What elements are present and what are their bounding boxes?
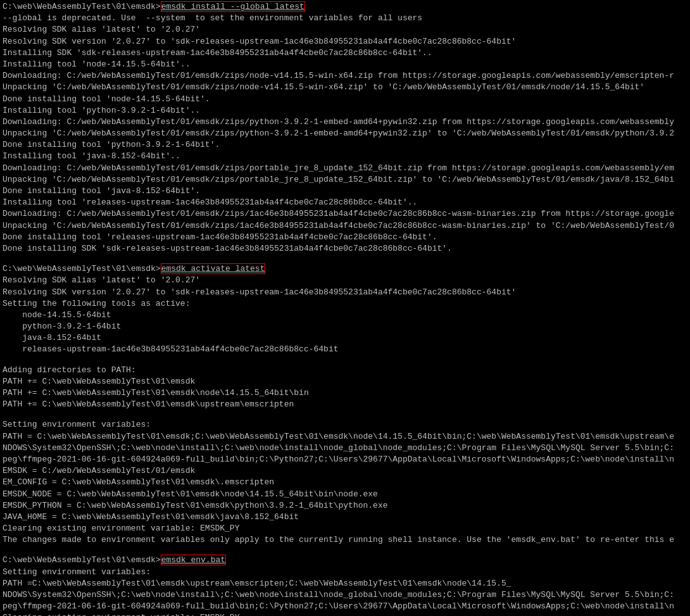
output-line: Resolving SDK version '2.0.27' to 'sdk-r…	[3, 36, 687, 47]
output-line: Adding directories to PATH:	[3, 365, 687, 376]
command-line: C:\web\WebAssemblyTest\01\emsdk>emsdk in…	[3, 1, 687, 13]
command-line: C:\web\WebAssemblyTest\01\emsdk>emsdk ac…	[3, 263, 687, 275]
output-line: Unpacking 'C:/web/WebAssemblyTest/01/ems…	[3, 174, 687, 185]
prompt-text: C:\web\WebAssemblyTest\01\emsdk>	[3, 264, 161, 273]
output-line: Resolving SDK alias 'latest' to '2.0.27'	[3, 24, 687, 35]
output-line: Unpacking 'C:/web/WebAssemblyTest/01/ems…	[3, 128, 687, 139]
output-line: EMSDK_PYTHON = C:\web\WebAssemblyTest\01…	[3, 500, 687, 512]
output-line: NDOWS\System32\OpenSSH\;C:\web\node\inst…	[3, 443, 687, 454]
prompt-text: C:\web\WebAssemblyTest\01\emsdk>	[3, 2, 161, 11]
output-line: python-3.9.2-1-64bit	[3, 321, 687, 332]
terminal-window[interactable]: C:\web\WebAssemblyTest\01\emsdk>emsdk in…	[0, 0, 690, 616]
output-line: Setting environment variables:	[3, 567, 687, 578]
output-line: Done installing SDK 'sdk-releases-upstre…	[3, 243, 687, 255]
blank-line	[3, 546, 687, 555]
output-line: peg\ffmpeg-2021-06-16-git-604924a069-ful…	[3, 601, 687, 612]
output-line: Resolving SDK alias 'latest' to '2.0.27'	[3, 275, 687, 286]
output-line: Done installing tool 'python-3.9.2-1-64b…	[3, 139, 687, 151]
blank-line	[3, 255, 687, 263]
output-line: NDOWS\System32\OpenSSH\;C:\web\node\inst…	[3, 589, 687, 601]
output-line: node-14.15.5-64bit	[3, 310, 687, 321]
output-line: java-8.152-64bit	[3, 332, 687, 344]
output-line: Downloading: C:/web/WebAssemblyTest/01/e…	[3, 70, 687, 82]
output-line: PATH =C:\web\WebAssemblyTest\01\emsdk\up…	[3, 578, 687, 589]
output-line: EMSDK_NODE = C:\web\WebAssemblyTest\01\e…	[3, 489, 687, 500]
output-line: Downloading: C:/web/WebAssemblyTest/01/e…	[3, 163, 687, 174]
output-line: PATH += C:\web\WebAssemblyTest\01\emsdk\…	[3, 387, 687, 399]
output-line: Installing tool 'node-14.15.5-64bit'..	[3, 59, 687, 70]
blank-line	[3, 356, 687, 365]
command-line: C:\web\WebAssemblyTest\01\emsdk>emsdk_en…	[3, 555, 687, 566]
output-line: Done installing tool 'releases-upstream-…	[3, 232, 687, 243]
command-text: emsdk_env.bat	[161, 555, 226, 565]
output-line: Installing tool 'releases-upstream-1ac46…	[3, 197, 687, 208]
prompt-text: C:\web\WebAssemblyTest\01\emsdk>	[3, 555, 161, 565]
output-line: PATH += C:\web\WebAssemblyTest\01\emsdk\…	[3, 399, 687, 410]
output-line: Clearing existing environment variable: …	[3, 523, 687, 534]
output-line: Resolving SDK version '2.0.27' to 'sdk-r…	[3, 287, 687, 298]
output-line: EM_CONFIG = C:\web\WebAssemblyTest\01\em…	[3, 477, 687, 488]
blank-line	[3, 410, 687, 419]
output-line: PATH = C:\web\WebAssemblyTest\01\emsdk;C…	[3, 431, 687, 443]
command-text: emsdk activate latest	[161, 263, 266, 274]
output-line: Done installing tool 'node-14.15.5-64bit…	[3, 94, 687, 105]
output-line: Installing tool 'java-8.152-64bit'..	[3, 151, 687, 162]
output-line: The changes made to environment variable…	[3, 534, 687, 546]
output-line: peg\ffmpeg-2021-06-16-git-604924a069-ful…	[3, 454, 687, 465]
output-line: Unpacking 'C:/web/WebAssemblyTest/01/ems…	[3, 220, 687, 232]
output-line: EMSDK = C:/web/WebAssemblyTest/01/emsdk	[3, 465, 687, 477]
output-line: Downloading: C:/web/WebAssemblyTest/01/e…	[3, 116, 687, 128]
output-line: Installing SDK 'sdk-releases-upstream-1a…	[3, 47, 687, 59]
output-line: Done installing tool 'java-8.152-64bit'.	[3, 185, 687, 197]
output-line: Setting environment variables:	[3, 419, 687, 431]
output-line: Downloading: C:/web/WebAssemblyTest/01/e…	[3, 208, 687, 220]
output-line: Unpacking 'C:/web/WebAssemblyTest/01/ems…	[3, 82, 687, 93]
output-line: Installing tool 'python-3.9.2-1-64bit'..	[3, 105, 687, 116]
output-line: --global is deprecated. Use --system to …	[3, 13, 687, 24]
command-text: emsdk install --global latest	[161, 1, 305, 12]
output-line: releases-upstream-1ac46e3b84955231ab4a4f…	[3, 344, 687, 355]
output-line: Clearing existing environment variable: …	[3, 612, 687, 616]
output-line: JAVA_HOME = C:\web\WebAssemblyTest\01\em…	[3, 512, 687, 523]
output-line: PATH += C:\web\WebAssemblyTest\01\emsdk	[3, 376, 687, 387]
output-line: Setting the following tools as active:	[3, 298, 687, 310]
